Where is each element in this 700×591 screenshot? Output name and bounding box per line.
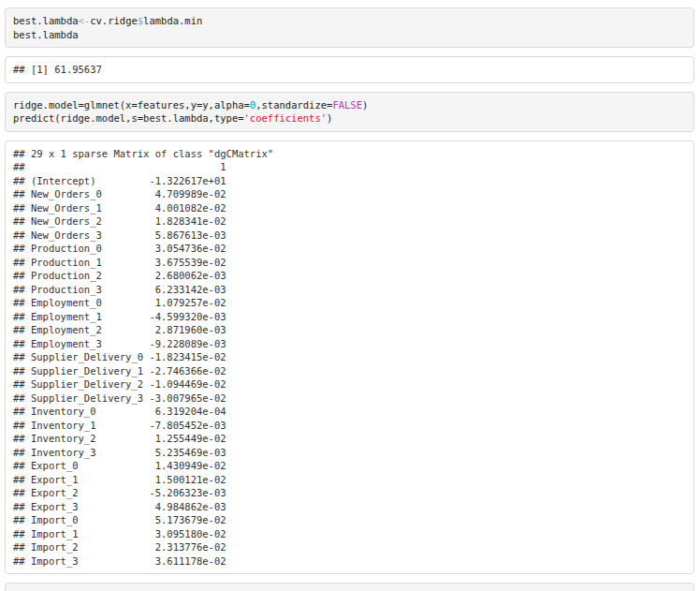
output-line: ## Inventory_3 5.235469e-03	[13, 447, 226, 458]
token-plain: )	[327, 112, 332, 124]
output-line: ## Import_0 5.173679e-02	[13, 514, 226, 525]
token-plain: lambda.min	[143, 15, 202, 26]
output-line: ## New_Orders_2 1.828341e-02	[13, 215, 226, 227]
output-line: ## 1	[13, 161, 226, 172]
output-line: ## 29 x 1 sparse Matrix of class "dgCMat…	[13, 148, 273, 159]
output-block-lambda-value: ## [1] 61.95637	[5, 56, 694, 83]
output-line: ## [1] 61.95637	[13, 64, 102, 75]
output-line: ## Export_0 1.430949e-02	[13, 460, 226, 471]
output-line: ## Inventory_2 1.255449e-02	[13, 433, 226, 444]
output-line: ## Supplier_Delivery_2 -1.094469e-02	[13, 378, 226, 390]
output-line: ## New_Orders_3 5.867613e-03	[13, 229, 226, 241]
token-string: 'coefficients'	[244, 112, 328, 124]
output-line: ## Import_1 3.095180e-02	[13, 528, 226, 539]
output-line: ## New_Orders_0 4.709989e-02	[13, 188, 226, 199]
output-line: ## Employment_0 1.079257e-02	[13, 297, 226, 308]
token-constant: FALSE	[332, 99, 362, 111]
output-line: ## Inventory_0 6.319204e-04	[13, 406, 226, 417]
output-line: ## Inventory_1 -7.805452e-03	[13, 420, 226, 431]
output-line: ## Production_2 2.680062e-03	[13, 270, 226, 281]
output-line: ## New_Orders_1 4.001082e-02	[13, 202, 226, 214]
token-plain: cv.ridge	[90, 15, 138, 26]
token-plain: best.lambda	[13, 15, 79, 26]
output-line: ## Export_2 -5.206323e-03	[13, 487, 226, 498]
output-line: ## Supplier_Delivery_1 -2.746366e-02	[13, 365, 226, 377]
r-source-text: best.lambda<-cv.ridge$lambda.min best.la…	[13, 15, 202, 40]
token-plain: predict(ridge.model,s=best.lambda,type=	[13, 112, 244, 124]
token-operator: <-	[79, 15, 91, 26]
output-line: ## Production_3 6.233142e-03	[13, 284, 226, 295]
output-line: ## Supplier_Delivery_3 -3.007965e-02	[13, 392, 226, 404]
output-line: ## Import_3 3.611178e-02	[13, 555, 226, 567]
code-block-best-lambda: best.lambda<-cv.ridge$lambda.min best.la…	[5, 7, 694, 48]
r-output-text: ## 29 x 1 sparse Matrix of class "dgCMat…	[13, 148, 273, 567]
code-block-next-partial	[5, 583, 694, 591]
output-line: ## Production_1 3.675539e-02	[13, 257, 226, 268]
output-line: ## Employment_3 -9.228089e-03	[13, 338, 226, 349]
output-line: ## Import_2 2.313776e-02	[13, 541, 226, 553]
token-plain: ,standardize=	[255, 99, 332, 111]
output-line: ## Employment_1 -4.599320e-03	[13, 311, 226, 322]
token-plain: best.lambda	[13, 29, 79, 40]
output-line: ## Employment_2 2.871960e-03	[13, 324, 226, 335]
r-output-text: ## [1] 61.95637	[13, 64, 102, 75]
rmarkdown-document: best.lambda<-cv.ridge$lambda.min best.la…	[5, 7, 694, 591]
code-block-ridge-model: ridge.model=glmnet(x=features,y=y,alpha=…	[5, 92, 694, 132]
output-line: ## Export_1 1.500121e-02	[13, 474, 226, 485]
output-line: ## Export_3 4.984862e-03	[13, 501, 226, 512]
output-line: ## (Intercept) -1.322617e+01	[13, 175, 226, 186]
r-source-text: ridge.model=glmnet(x=features,y=y,alpha=…	[13, 99, 368, 125]
token-plain: ridge.model=glmnet(x=features,y=y,alpha=	[13, 99, 250, 111]
output-line: ## Supplier_Delivery_0 -1.823415e-02	[13, 351, 226, 362]
token-plain: )	[362, 99, 368, 111]
output-line: ## Production_0 3.054736e-02	[13, 243, 226, 254]
output-block-coefficients: ## 29 x 1 sparse Matrix of class "dgCMat…	[5, 140, 694, 575]
